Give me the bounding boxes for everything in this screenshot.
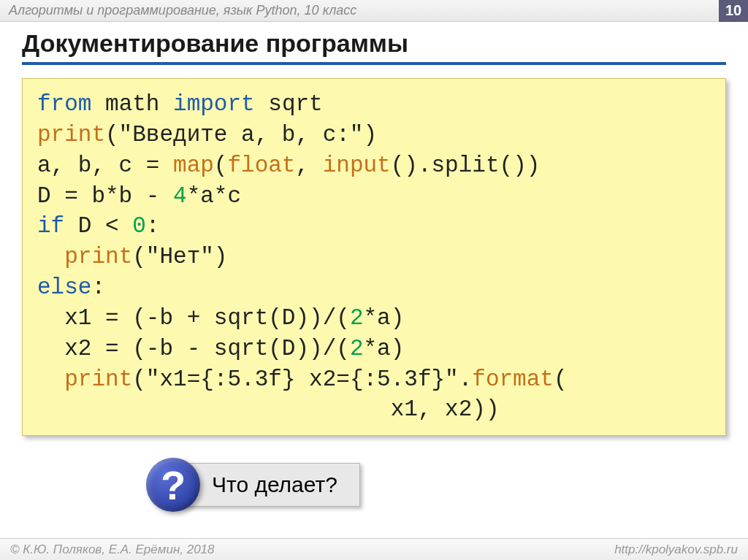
callout-row: ? Что делает? [22, 458, 726, 512]
code-line: x2 = (-b - sqrt(D))/(2*a) [37, 334, 711, 364]
callout-box: Что делает? [175, 463, 360, 507]
slide-title: Документирование программы [22, 29, 726, 58]
question-icon: ? [146, 458, 200, 512]
code-line: x1, x2)) [37, 394, 711, 425]
content-area: Документирование программы from math imp… [0, 22, 748, 512]
copyright-text: © К.Ю. Поляков, Е.А. Ерёмин, 2018 [10, 542, 215, 557]
code-line: from math import sqrt [37, 89, 711, 120]
code-line: print("Введите a, b, c:") [37, 120, 711, 150]
footer-bar: © К.Ю. Поляков, Е.А. Ерёмин, 2018 http:/… [0, 538, 748, 560]
code-line: print("Нет") [37, 242, 711, 272]
code-line: print("x1={:5.3f} x2={:5.3f}".format( [37, 364, 711, 395]
code-block: from math import sqrt print("Введите a, … [22, 78, 726, 436]
code-line: x1 = (-b + sqrt(D))/(2*a) [37, 303, 711, 334]
code-line: if D < 0: [37, 211, 711, 242]
header-bar: Алгоритмы и программирование, язык Pytho… [0, 0, 748, 22]
title-underline [22, 62, 726, 65]
code-line: else: [37, 272, 711, 303]
subject-label: Алгоритмы и программирование, язык Pytho… [9, 3, 356, 18]
footer-url: http://kpolyakov.spb.ru [614, 542, 738, 557]
code-line: D = b*b - 4*a*c [37, 181, 711, 212]
page-number: 10 [719, 0, 748, 22]
code-line: a, b, c = map(float, input().split()) [37, 150, 711, 181]
